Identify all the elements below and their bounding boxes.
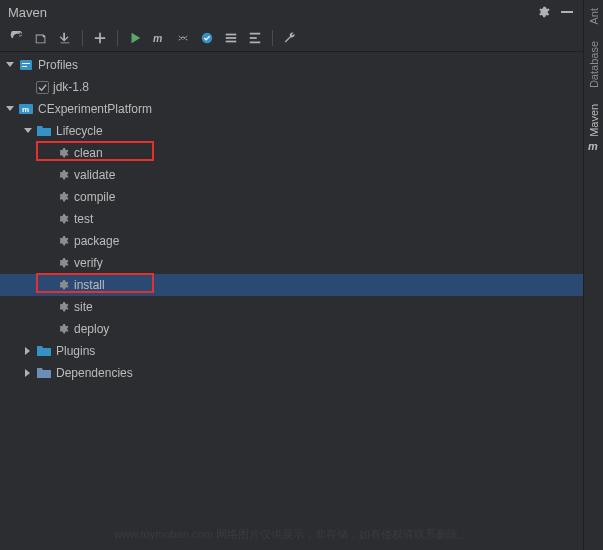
lifecycle-goal-clean[interactable]: clean [0,142,583,164]
goal-label: site [74,300,93,314]
collapse-all-button[interactable] [244,27,266,49]
maven-module-icon: m [18,101,34,117]
minimize-icon[interactable] [559,4,575,20]
lifecycle-goal-deploy[interactable]: deploy [0,318,583,340]
profile-label: jdk-1.8 [53,80,89,94]
panel-header: Maven [0,0,583,24]
profiles-icon [18,57,34,73]
lifecycle-goal-site[interactable]: site [0,296,583,318]
lifecycle-goal-test[interactable]: test [0,208,583,230]
toggle-offline-button[interactable] [172,27,194,49]
expand-arrow-icon[interactable] [22,125,34,137]
panel-title: Maven [8,5,47,20]
add-project-button[interactable] [89,27,111,49]
lifecycle-goal-compile[interactable]: compile [0,186,583,208]
svg-text:m: m [22,105,29,114]
maven-toolbar: m [0,24,583,52]
gear-icon [54,167,70,183]
lifecycle-goal-package[interactable]: package [0,230,583,252]
svg-rect-9 [20,60,32,70]
maven-tree[interactable]: Profiles jdk-1.8 m CExperimentPlatform L… [0,52,583,550]
svg-rect-5 [226,40,237,42]
generate-sources-button[interactable] [30,27,52,49]
expand-arrow-icon[interactable] [4,103,16,115]
gear-icon [54,189,70,205]
tree-node-lifecycle[interactable]: Lifecycle [0,120,583,142]
goal-label: verify [74,256,103,270]
gear-icon [54,233,70,249]
folder-icon [36,123,52,139]
folder-icon [36,365,52,381]
reload-button[interactable] [6,27,28,49]
side-tab-maven[interactable]: m Maven [584,96,603,159]
svg-rect-11 [22,66,27,67]
goal-label: deploy [74,322,109,336]
watermark-text: www.toymoban.com 网络图片仅供展示，非存储，如有侵权请联系删除。 [0,527,583,542]
lifecycle-goal-validate[interactable]: validate [0,164,583,186]
expand-arrow-icon[interactable] [22,345,34,357]
svg-rect-10 [22,63,30,64]
gear-icon [54,321,70,337]
side-tab-label: Maven [588,104,600,137]
side-tab-database[interactable]: Database [584,33,603,96]
side-tab-label: Ant [588,8,600,25]
gear-icon [54,255,70,271]
gear-icon [54,211,70,227]
dependencies-label: Dependencies [56,366,133,380]
expand-arrow-icon[interactable] [22,367,34,379]
plugins-label: Plugins [56,344,95,358]
tree-node-dependencies[interactable]: Dependencies [0,362,583,384]
run-button[interactable] [124,27,146,49]
maven-icon: m [589,140,599,152]
settings-icon[interactable] [535,4,551,20]
goal-label: install [74,278,105,292]
tree-node-plugins[interactable]: Plugins [0,340,583,362]
svg-rect-8 [250,41,261,43]
svg-rect-0 [561,11,573,13]
tree-node-profile-jdk[interactable]: jdk-1.8 [0,76,583,98]
goal-label: package [74,234,119,248]
tree-node-project[interactable]: m CExperimentPlatform [0,98,583,120]
lifecycle-label: Lifecycle [56,124,103,138]
svg-rect-3 [226,33,237,35]
profile-checkbox[interactable] [36,81,49,94]
gear-icon [54,277,70,293]
toggle-skip-tests-button[interactable] [196,27,218,49]
right-tool-tabs: Ant Database m Maven [583,0,603,550]
download-sources-button[interactable] [54,27,76,49]
goal-label: compile [74,190,115,204]
goal-label: validate [74,168,115,182]
side-tab-label: Database [588,41,600,88]
gear-icon [54,145,70,161]
folder-icon [36,343,52,359]
goal-label: clean [74,146,103,160]
gear-icon [54,299,70,315]
lifecycle-goal-install[interactable]: install [0,274,583,296]
side-tab-ant[interactable]: Ant [584,0,603,33]
project-label: CExperimentPlatform [38,102,152,116]
expand-arrow-icon[interactable] [4,59,16,71]
profiles-label: Profiles [38,58,78,72]
execute-goal-button[interactable]: m [148,27,170,49]
wrench-icon[interactable] [279,27,301,49]
goal-label: test [74,212,93,226]
show-dependencies-button[interactable] [220,27,242,49]
svg-rect-7 [250,37,257,39]
svg-rect-4 [226,37,237,39]
svg-text:m: m [153,31,162,43]
lifecycle-goal-verify[interactable]: verify [0,252,583,274]
tree-node-profiles[interactable]: Profiles [0,54,583,76]
svg-rect-6 [250,32,261,34]
